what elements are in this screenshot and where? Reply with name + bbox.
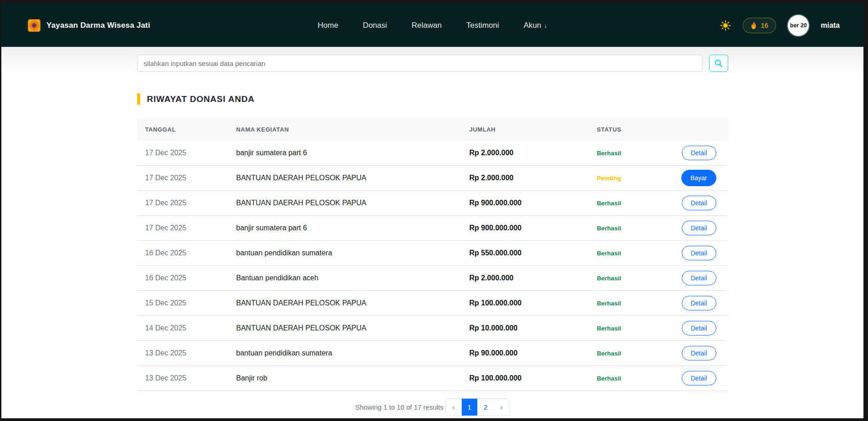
status-badge: Berhasil: [597, 250, 681, 257]
table-header-row: TANGGAL NAMA KEGIATAN JUMLAH STATUS: [137, 118, 728, 141]
header-nama-kegiatan: NAMA KEGIATAN: [236, 126, 470, 133]
row-date: 15 Dec 2025: [145, 299, 236, 307]
row-action-cell: Detail: [681, 146, 726, 160]
row-activity: bantuan pendidikan sumatera: [236, 249, 470, 257]
table-row: 17 Dec 2025BANTUAN DAERAH PELOSOK PAPUAR…: [137, 191, 728, 216]
flame-icon: [751, 21, 757, 30]
row-amount: Rp 900.000.000: [470, 199, 597, 207]
page: Yayasan Darma Wisesa Jati HomeDonasiRela…: [1, 4, 863, 418]
detail-button[interactable]: Detail: [682, 221, 716, 235]
row-action-cell: Bayar: [681, 170, 726, 186]
pagination-page-1[interactable]: 1: [462, 399, 478, 416]
detail-button[interactable]: Detail: [682, 146, 716, 160]
nav-item-label: Testimoni: [466, 21, 499, 30]
main-content: RIWAYAT DONASI ANDA TANGGAL NAMA KEGIATA…: [1, 47, 863, 418]
row-action-cell: Detail: [681, 321, 726, 335]
status-badge: Berhasil: [597, 325, 681, 332]
row-activity: Banjir rob: [236, 374, 470, 382]
table-row: 13 Dec 2025bantuan pendidikan sumateraRp…: [137, 341, 728, 366]
username: miata: [821, 21, 840, 30]
table-row: 16 Dec 2025bantuan pendidikan sumateraRp…: [137, 241, 728, 266]
avatar-text: ber 20: [790, 22, 807, 29]
nav-item-akun[interactable]: Akun↓: [524, 21, 547, 30]
row-activity: BANTUAN DAERAH PELOSOK PAPUA: [236, 174, 470, 182]
page-title: RIWAYAT DONASI ANDA: [147, 94, 255, 104]
header-status: STATUS: [597, 126, 681, 133]
row-action-cell: Detail: [681, 296, 726, 310]
table-row: 17 Dec 2025banjir sumatera part 6Rp 2.00…: [137, 141, 728, 166]
row-action-cell: Detail: [681, 371, 726, 385]
row-date: 16 Dec 2025: [145, 249, 236, 257]
header-tanggal: TANGGAL: [145, 126, 236, 133]
nav-item-home[interactable]: Home: [318, 21, 338, 30]
table-body: 17 Dec 2025banjir sumatera part 6Rp 2.00…: [137, 141, 728, 391]
row-amount: Rp 550.000.000: [470, 249, 597, 257]
nav-item-testimoni[interactable]: Testimoni: [466, 21, 499, 30]
row-action-cell: Detail: [681, 346, 726, 360]
detail-button[interactable]: Detail: [682, 196, 716, 210]
nav-item-label: Donasi: [363, 21, 387, 30]
detail-button[interactable]: Detail: [682, 346, 716, 360]
status-badge: Berhasil: [597, 200, 681, 207]
nav-item-donasi[interactable]: Donasi: [363, 21, 387, 30]
row-amount: Rp 900.000.000: [470, 224, 597, 232]
row-action-cell: Detail: [681, 271, 726, 285]
table-row: 17 Dec 2025banjir sumatera part 6Rp 900.…: [137, 216, 728, 241]
nav-menu: HomeDonasiRelawanTestimoniAkun↓: [318, 4, 547, 47]
row-amount: Rp 10.000.000: [470, 324, 597, 332]
detail-button[interactable]: Detail: [682, 271, 716, 285]
brand[interactable]: Yayasan Darma Wisesa Jati: [28, 19, 150, 32]
row-date: 13 Dec 2025: [145, 349, 236, 357]
heading-accent-bar: [137, 93, 140, 105]
row-amount: Rp 2.000.000: [470, 274, 597, 282]
brand-name: Yayasan Darma Wisesa Jati: [46, 21, 150, 30]
row-activity: bantuan pendidikan sumatera: [236, 349, 470, 357]
status-badge: Pending: [597, 175, 681, 182]
row-activity: banjir sumatera part 6: [236, 149, 470, 157]
navbar-right: 16 ber 20 miata: [720, 15, 840, 36]
search-input[interactable]: [137, 55, 703, 72]
avatar[interactable]: ber 20: [788, 15, 809, 36]
streak-badge[interactable]: 16: [743, 18, 776, 33]
row-date: 14 Dec 2025: [145, 324, 236, 332]
detail-button[interactable]: Detail: [682, 371, 716, 385]
table-row: 14 Dec 2025BANTUAN DAERAH PELOSOK PAPUAR…: [137, 316, 728, 341]
pager-pages: 12: [462, 399, 494, 416]
section-heading: RIWAYAT DONASI ANDA: [137, 93, 728, 105]
detail-button[interactable]: Detail: [682, 246, 716, 260]
donation-history-table: TANGGAL NAMA KEGIATAN JUMLAH STATUS 17 D…: [137, 118, 728, 391]
row-amount: Rp 2.000.000: [470, 149, 597, 157]
detail-button[interactable]: Detail: [682, 321, 716, 335]
table-row: 15 Dec 2025BANTUAN DAERAH PELOSOK PAPUAR…: [137, 291, 728, 316]
status-badge: Berhasil: [597, 350, 681, 357]
row-amount: Rp 2.000.000: [470, 174, 597, 182]
row-activity: BANTUAN DAERAH PELOSOK PAPUA: [236, 199, 470, 207]
navbar: Yayasan Darma Wisesa Jati HomeDonasiRela…: [1, 4, 863, 47]
row-date: 17 Dec 2025: [145, 174, 236, 182]
row-amount: Rp 90.000.000: [470, 349, 597, 357]
row-amount: Rp 100.000.000: [470, 374, 597, 382]
bayar-button[interactable]: Bayar: [681, 170, 716, 186]
row-date: 16 Dec 2025: [145, 274, 236, 282]
table-row: 16 Dec 2025Bantuan pendidikan acehRp 2.0…: [137, 266, 728, 291]
table-row: 13 Dec 2025Banjir robRp 100.000.000Berha…: [137, 366, 728, 391]
row-date: 17 Dec 2025: [145, 149, 236, 157]
pagination-prev[interactable]: ‹: [446, 399, 462, 416]
status-badge: Berhasil: [597, 225, 681, 232]
row-amount: Rp 100.000.000: [470, 299, 597, 307]
theme-toggle-sun-icon[interactable]: [720, 20, 731, 31]
pager: ‹ 12 ›: [446, 399, 510, 416]
pagination-page-2[interactable]: 2: [478, 399, 494, 416]
row-date: 17 Dec 2025: [145, 199, 236, 207]
detail-button[interactable]: Detail: [682, 296, 716, 310]
row-activity: BANTUAN DAERAH PELOSOK PAPUA: [236, 324, 470, 332]
row-action-cell: Detail: [681, 246, 726, 260]
search-button[interactable]: [709, 55, 728, 72]
nav-item-label: Relawan: [412, 21, 442, 30]
row-activity: BANTUAN DAERAH PELOSOK PAPUA: [236, 299, 470, 307]
status-badge: Berhasil: [597, 275, 681, 282]
row-date: 17 Dec 2025: [145, 224, 236, 232]
brand-logo-icon: [28, 19, 41, 32]
pagination-next[interactable]: ›: [494, 399, 510, 416]
nav-item-relawan[interactable]: Relawan: [412, 21, 442, 30]
